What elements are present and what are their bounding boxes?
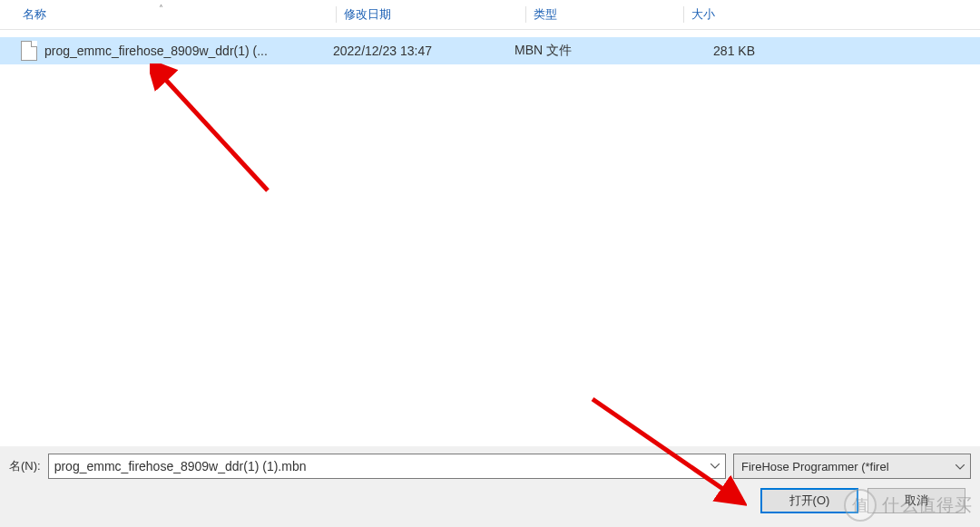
column-header-date[interactable]: 修改日期	[344, 6, 525, 23]
filetype-select[interactable]: FireHose Programmer (*firel	[733, 454, 971, 479]
column-separator	[336, 6, 337, 23]
filename-input[interactable]	[48, 454, 726, 479]
file-date-cell: 2022/12/23 13:47	[333, 44, 514, 58]
file-list: prog_emmc_firehose_8909w_ddr(1) (... 202…	[0, 30, 980, 64]
button-row: 打开(O) 取消	[9, 488, 971, 513]
column-separator	[683, 6, 684, 23]
column-header-row: 名称 ˄ 修改日期 类型 大小	[0, 0, 980, 30]
filename-row: 名(N): FireHose Programmer (*firel	[9, 454, 971, 479]
open-button[interactable]: 打开(O)	[760, 488, 858, 513]
chevron-down-icon	[710, 464, 720, 469]
column-type-label: 类型	[534, 7, 557, 21]
filename-label: 名(N):	[9, 458, 41, 474]
file-row[interactable]: prog_emmc_firehose_8909w_ddr(1) (... 202…	[0, 37, 980, 64]
column-name-label: 名称	[23, 7, 46, 21]
chevron-down-icon	[956, 461, 965, 472]
filename-combobox	[48, 454, 726, 479]
svg-line-0	[162, 76, 268, 190]
column-header-size[interactable]: 大小	[691, 6, 800, 23]
column-header-name[interactable]: 名称 ˄	[23, 6, 336, 23]
column-separator	[525, 6, 526, 23]
column-date-label: 修改日期	[344, 7, 391, 21]
filename-dropdown-button[interactable]	[705, 454, 725, 478]
cancel-button[interactable]: 取消	[867, 488, 965, 513]
file-type-cell: MBN 文件	[514, 43, 664, 59]
file-icon	[21, 41, 37, 61]
file-size-cell: 281 KB	[664, 44, 773, 58]
bottom-panel: 名(N): FireHose Programmer (*firel 打开(O) …	[0, 446, 980, 527]
column-header-type[interactable]: 类型	[534, 6, 683, 23]
annotation-arrow-icon	[150, 63, 295, 209]
column-size-label: 大小	[691, 7, 715, 21]
filetype-value: FireHose Programmer (*firel	[741, 460, 889, 473]
file-name-cell: prog_emmc_firehose_8909w_ddr(1) (...	[44, 44, 333, 58]
sort-indicator-icon: ˄	[159, 4, 163, 14]
